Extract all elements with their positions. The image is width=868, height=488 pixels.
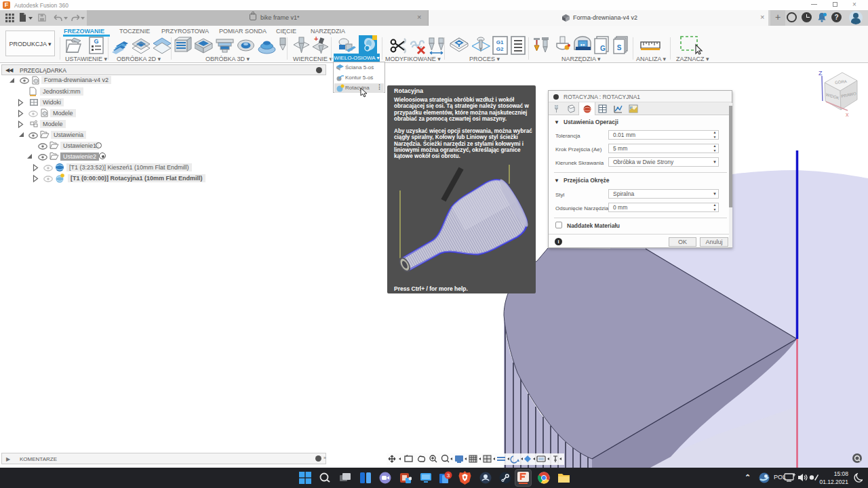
svg-text:Z: Z [818,70,823,77]
svg-text:G2: G2 [496,46,504,52]
svg-text:●●: ●● [580,43,585,47]
svg-text:3: 3 [447,472,450,479]
svg-text:G: G [94,38,98,45]
svg-text:G1: G1 [496,39,504,45]
svg-text:x: x [846,111,849,118]
svg-text:S: S [617,44,622,52]
svg-text:+: + [314,36,318,43]
svg-text:G: G [600,45,606,52]
